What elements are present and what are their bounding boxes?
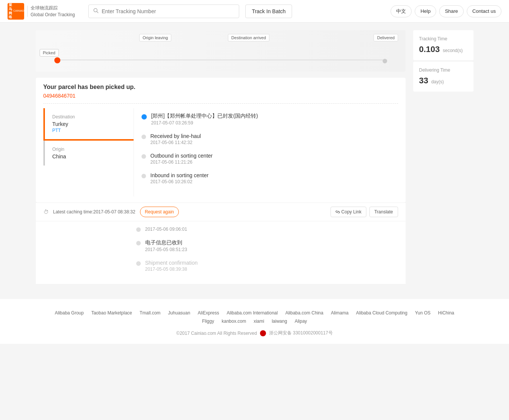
tracking-event-5: 2017-05-06 09:06:01 bbox=[136, 226, 398, 232]
delivering-time-label: Delivering Time bbox=[419, 67, 467, 73]
header-buttons: 中文 Help Share Contact us bbox=[391, 5, 501, 17]
cache-clock-icon: ⏱ bbox=[43, 209, 49, 215]
tracking-event-1: [郑州]【郑州帐单处理中心】已封发(国内经转) 2017-05-07 03:26… bbox=[141, 113, 391, 126]
tracking-layout: Destination Turkey PTT Origin China [郑州] bbox=[43, 108, 398, 196]
event-dot-active bbox=[141, 114, 147, 120]
footer-link[interactable]: Alibaba Cloud Computing bbox=[356, 310, 408, 316]
tracking-event-7: Shipment confirmation 2017-05-05 08:39:3… bbox=[136, 260, 398, 272]
tracking-event-4: Inbound in sorting center 2017-05-06 10:… bbox=[141, 172, 391, 184]
footer-link[interactable]: Alibaba Group bbox=[55, 310, 84, 316]
event-time-2: 2017-05-06 11:42:32 bbox=[151, 140, 201, 145]
footer-link[interactable]: AliExpress bbox=[198, 310, 219, 316]
events-panel: [郑州]【郑州帐单处理中心】已封发(国内经转) 2017-05-07 03:26… bbox=[134, 108, 398, 196]
event-title-7: Shipment confirmation bbox=[145, 260, 198, 266]
footer-link[interactable]: Yun OS bbox=[415, 310, 431, 316]
translate-button[interactable]: Translate bbox=[369, 207, 398, 217]
event-dot-3 bbox=[141, 154, 146, 159]
destination-label: Destination bbox=[52, 114, 126, 120]
footer-link[interactable]: Juhuasuan bbox=[168, 310, 190, 316]
stage-delivered-label: Delivered bbox=[374, 34, 398, 41]
event-title-4: Inbound in sorting center bbox=[151, 172, 209, 178]
event-content-7: Shipment confirmation 2017-05-05 08:39:3… bbox=[145, 260, 198, 272]
delivering-time-value: 33 bbox=[419, 76, 428, 85]
footer-link[interactable]: HiChina bbox=[438, 310, 454, 316]
event-content-3: Outbound in sorting center 2017-05-06 11… bbox=[151, 153, 213, 165]
logo-tagline: 全球物流跟踪 Global Order Tracking bbox=[31, 5, 75, 18]
help-button[interactable]: Help bbox=[415, 5, 436, 17]
footer-link[interactable]: kanbox.com bbox=[221, 319, 246, 324]
parcel-divider bbox=[43, 103, 398, 104]
event-title-6: 电子信息已收到 bbox=[145, 239, 187, 246]
event-dot-2 bbox=[141, 135, 146, 139]
left-panel: Destination Turkey PTT Origin China bbox=[43, 108, 134, 196]
event-dot-6 bbox=[136, 241, 141, 245]
progress-background bbox=[36, 30, 406, 72]
tracking-event-3: Outbound in sorting center 2017-05-06 11… bbox=[141, 153, 391, 165]
link-icon bbox=[335, 210, 340, 214]
origin-country: China bbox=[52, 153, 126, 159]
tracking-time-label: Tracking Time bbox=[419, 36, 467, 41]
event-dot-5 bbox=[136, 227, 141, 232]
footer-links-row2: Fliggykanbox.comxiamilaiwangAlipay bbox=[8, 319, 501, 324]
language-button[interactable]: 中文 bbox=[391, 5, 412, 17]
destination-box: Destination Turkey PTT bbox=[43, 108, 134, 141]
footer-link[interactable]: Tmall.com bbox=[140, 310, 160, 316]
footer-link[interactable]: Alibaba.com China bbox=[285, 310, 323, 316]
events-continued-panel: 2017-05-06 09:06:01 电子信息已收到 2017-05-05 0… bbox=[36, 221, 406, 284]
request-again-button[interactable]: Request again bbox=[140, 207, 179, 217]
logo-divider bbox=[27, 6, 28, 17]
progress-dot-start bbox=[54, 57, 60, 63]
parcel-tracking-number: 04946846701 bbox=[43, 93, 398, 99]
event-time-1: 2017-05-07 03:26:59 bbox=[151, 120, 258, 126]
svg-line-1 bbox=[97, 12, 98, 13]
footer-copyright: ©2017 Cainiao.com All Rights Reserved 浙公… bbox=[8, 330, 501, 336]
cache-time-text: Latest caching time:2017-05-07 08:38:32 bbox=[53, 209, 135, 215]
footer-link[interactable]: Alipay bbox=[295, 319, 307, 324]
copy-link-button[interactable]: Copy Link bbox=[331, 207, 366, 217]
event-title-1: [郑州]【郑州帐单处理中心】已封发(国内经转) bbox=[151, 113, 258, 120]
track-batch-button[interactable]: Track In Batch bbox=[245, 5, 292, 18]
tracking-time-unit: second(s) bbox=[443, 48, 463, 53]
event-content-4: Inbound in sorting center 2017-05-06 10:… bbox=[151, 172, 209, 184]
origin-label: Origin bbox=[52, 147, 126, 152]
event-content-5: 2017-05-06 09:06:01 bbox=[145, 226, 187, 232]
footer-link[interactable]: Alibaba.com International bbox=[227, 310, 278, 316]
parcel-info: Your parcel has been picked up. 04946846… bbox=[36, 78, 406, 202]
parcel-title: Your parcel has been picked up. bbox=[43, 84, 398, 90]
progress-area: Picked Origin leaving Destination arrive… bbox=[36, 30, 406, 72]
footer-link[interactable]: xiami bbox=[254, 319, 264, 324]
carrier-link[interactable]: PTT bbox=[52, 128, 61, 133]
tracking-time-card: Tracking Time 0.103 second(s) bbox=[413, 30, 474, 60]
delivering-time-unit: day(s) bbox=[431, 79, 444, 84]
event-time-3: 2017-05-06 11:21:26 bbox=[151, 159, 213, 165]
header: 菜鸟网络 CAINIAO 全球物流跟踪 Global Order Trackin… bbox=[0, 0, 509, 23]
contact-button[interactable]: Contact us bbox=[467, 5, 501, 17]
progress-dot-end bbox=[383, 59, 387, 63]
event-time-5: 2017-05-06 09:06:01 bbox=[145, 227, 187, 232]
cache-bar: ⏱ Latest caching time:2017-05-07 08:38:3… bbox=[36, 202, 406, 221]
destination-country: Turkey bbox=[52, 121, 126, 127]
search-input[interactable] bbox=[101, 8, 234, 14]
share-button[interactable]: Share bbox=[439, 5, 464, 17]
footer-link[interactable]: Taobao Marketplace bbox=[91, 310, 132, 316]
delivering-time-card: Delivering Time 33 day(s) bbox=[413, 61, 474, 92]
footer-link[interactable]: Alimama bbox=[331, 310, 349, 316]
event-content-6: 电子信息已收到 2017-05-05 08:51:23 bbox=[145, 239, 187, 252]
footer-link[interactable]: Fliggy bbox=[202, 319, 214, 324]
event-dot-4 bbox=[141, 174, 146, 178]
stage-origin-label: Origin leaving bbox=[139, 34, 171, 41]
cainiao-logo: 菜鸟网络 CAINIAO bbox=[8, 3, 24, 20]
stage-picked-label: Picked bbox=[40, 49, 59, 57]
search-box[interactable] bbox=[88, 5, 239, 18]
event-time-4: 2017-05-06 10:26:02 bbox=[151, 179, 209, 184]
search-icon bbox=[93, 8, 98, 14]
origin-box: Origin China bbox=[43, 141, 134, 166]
tracking-event-6: 电子信息已收到 2017-05-05 08:51:23 bbox=[136, 239, 398, 252]
event-time-7: 2017-05-05 08:39:38 bbox=[145, 267, 198, 272]
event-content-2: Received by line-haul 2017-05-06 11:42:3… bbox=[151, 133, 201, 145]
main-container: Picked Origin leaving Destination arrive… bbox=[28, 23, 481, 291]
logo-area: 菜鸟网络 CAINIAO 全球物流跟踪 Global Order Trackin… bbox=[8, 3, 75, 20]
footer-links-row1: Alibaba GroupTaobao MarketplaceTmall.com… bbox=[8, 310, 501, 316]
footer-link[interactable]: laiwang bbox=[272, 319, 287, 324]
tracking-time-value: 0.103 bbox=[419, 44, 440, 54]
